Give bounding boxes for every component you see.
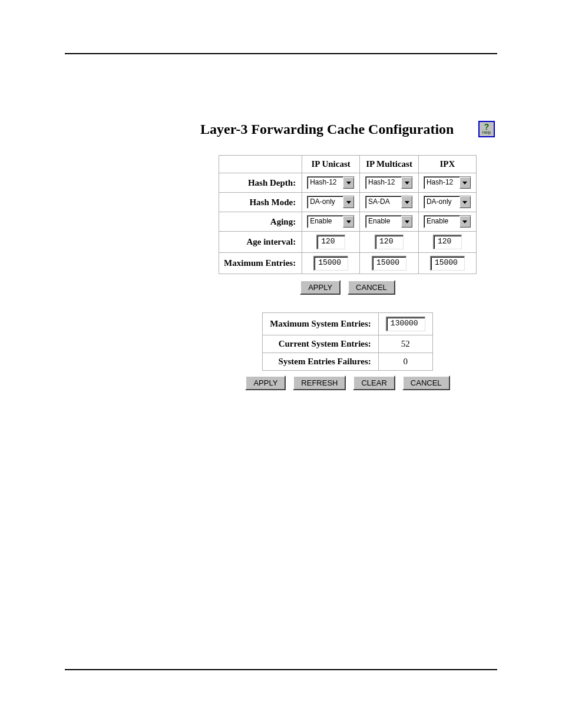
help-label: Help: [482, 130, 491, 134]
hash-depth-ip-unicast[interactable]: Hash-12: [307, 176, 355, 189]
row-age-interval-label: Age interval:: [219, 232, 302, 253]
row-aging-label: Aging:: [219, 212, 302, 232]
hash-mode-ip-multicast[interactable]: SA-DA: [365, 196, 413, 209]
dd-value: Hash-12: [308, 177, 343, 189]
dd-value: Hash-12: [366, 177, 401, 189]
dd-value: DA-only: [308, 196, 343, 208]
bottom-rule: [65, 669, 497, 670]
chevron-down-icon: [459, 196, 471, 208]
sys-current-entries-label: Current System Entries:: [263, 335, 379, 353]
chevron-down-icon: [343, 177, 354, 189]
col-ip-multicast: IP Multicast: [360, 156, 419, 173]
age-interval-ipx[interactable]: 120: [433, 235, 462, 249]
chevron-down-icon: [459, 216, 471, 228]
chevron-down-icon: [459, 177, 471, 189]
apply-button-2[interactable]: APPLY: [245, 375, 286, 390]
max-entries-ipx[interactable]: 15000: [430, 256, 465, 271]
blank-header: [219, 156, 302, 173]
help-icon[interactable]: ? Help: [478, 121, 495, 137]
dd-value: DA-only: [424, 196, 459, 208]
age-interval-ip-multicast[interactable]: 120: [375, 235, 404, 249]
dd-value: Hash-12: [424, 177, 459, 189]
aging-ip-unicast[interactable]: Enable: [307, 215, 355, 228]
page-title: Layer-3 Forwarding Cache Configuration: [200, 121, 454, 137]
hash-depth-ipx[interactable]: Hash-12: [424, 176, 471, 189]
sys-max-entries-label: Maximum System Entries:: [263, 313, 379, 335]
chevron-down-icon: [401, 177, 412, 189]
dd-value: Enable: [424, 216, 459, 228]
chevron-down-icon: [343, 196, 354, 208]
row-max-entries-label: Maximum Entries:: [219, 253, 302, 274]
sys-entries-failures-value: 0: [378, 353, 432, 371]
sys-current-entries-value: 52: [378, 335, 432, 353]
help-glyph: ?: [484, 124, 490, 130]
chevron-down-icon: [343, 216, 354, 228]
apply-button[interactable]: APPLY: [300, 280, 340, 295]
chevron-down-icon: [401, 216, 412, 228]
aging-ip-multicast[interactable]: Enable: [365, 215, 413, 228]
dd-value: SA-DA: [366, 196, 401, 208]
refresh-button[interactable]: REFRESH: [293, 375, 346, 390]
sys-entries-failures-label: System Entries Failures:: [263, 353, 379, 371]
hash-depth-ip-multicast[interactable]: Hash-12: [365, 176, 413, 189]
col-ipx: IPX: [418, 156, 476, 173]
top-rule: [65, 53, 497, 54]
cancel-button-2[interactable]: CANCEL: [402, 375, 450, 390]
hash-mode-ipx[interactable]: DA-only: [424, 196, 471, 209]
max-entries-ip-multicast[interactable]: 15000: [372, 256, 406, 271]
system-table: Maximum System Entries: 130000 Current S…: [262, 312, 433, 371]
col-ip-unicast: IP Unicast: [302, 156, 360, 173]
dd-value: Enable: [366, 216, 401, 228]
cancel-button[interactable]: CANCEL: [348, 280, 395, 295]
hash-mode-ip-unicast[interactable]: DA-only: [307, 196, 355, 209]
chevron-down-icon: [401, 196, 412, 208]
clear-button[interactable]: CLEAR: [353, 375, 395, 390]
sys-max-entries-input[interactable]: 130000: [386, 317, 425, 331]
age-interval-ip-unicast[interactable]: 120: [316, 235, 345, 249]
row-hash-depth-label: Hash Depth:: [219, 173, 302, 193]
aging-ipx[interactable]: Enable: [424, 215, 471, 228]
row-hash-mode-label: Hash Mode:: [219, 193, 302, 212]
max-entries-ip-unicast[interactable]: 15000: [313, 256, 348, 271]
config-table: IP Unicast IP Multicast IPX Hash Depth: …: [219, 155, 477, 274]
dd-value: Enable: [308, 216, 343, 228]
